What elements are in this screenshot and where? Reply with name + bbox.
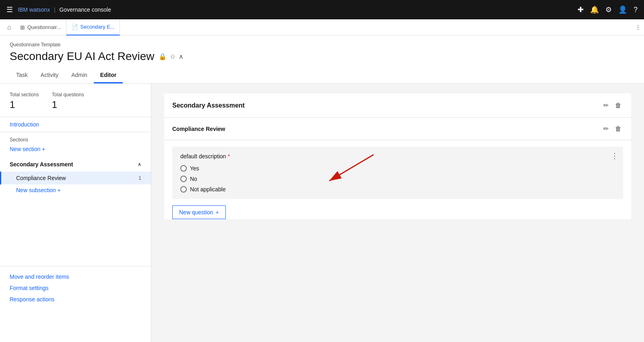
- subsection-header: Compliance Review ✏ 🗑: [164, 118, 631, 140]
- tabbar-overflow-icon[interactable]: ⋮: [635, 24, 641, 31]
- page-header: Questionnaire Template Secondary EU AI A…: [0, 35, 644, 84]
- question-overflow-menu-icon[interactable]: ⋮: [611, 151, 618, 160]
- question-card-wrapper: default description* Yes No: [164, 147, 631, 199]
- main-panel: Secondary Assessment ✏ 🗑 Compliance Revi…: [151, 84, 644, 342]
- question-required-indicator: *: [228, 153, 230, 160]
- radio-yes-label: Yes: [190, 165, 199, 172]
- settings-icon[interactable]: ⚙: [605, 5, 612, 14]
- question-options: Yes No Not applicable: [180, 165, 615, 193]
- new-question-plus-icon: +: [216, 209, 219, 216]
- stat-sections-label: Total sections: [10, 92, 39, 97]
- tab-secondary[interactable]: 📄 Secondary E...: [66, 19, 120, 35]
- stat-total-questions: Total questions 1: [52, 92, 84, 110]
- section-edit-button[interactable]: ✏: [602, 100, 610, 111]
- sidebar-introduction-link[interactable]: Introduction: [0, 117, 151, 132]
- breadcrumb: Questionnaire Template: [10, 42, 634, 48]
- section-delete-button[interactable]: 🗑: [613, 100, 623, 111]
- page-header-icons: 🔒 ☆ ∧: [159, 53, 184, 60]
- question-label: default description*: [180, 153, 615, 160]
- radio-option-yes: Yes: [180, 165, 615, 172]
- help-icon[interactable]: ?: [634, 6, 638, 14]
- stat-questions-value: 1: [52, 99, 84, 110]
- tab-questionnaire-label: Questionnair...: [27, 24, 61, 30]
- sidebar-subsection-title: Compliance Review: [16, 175, 66, 181]
- radio-option-no: No: [180, 176, 615, 182]
- radio-not-applicable-circle[interactable]: [180, 186, 187, 193]
- star-icon[interactable]: ☆: [170, 53, 175, 60]
- sidebar-stats: Total sections 1 Total questions 1: [0, 84, 151, 117]
- subsection-delete-button[interactable]: 🗑: [613, 124, 623, 134]
- tab-bar: ⌂ ⊞ Questionnair... 📄 Secondary E... ⋮: [0, 19, 644, 35]
- stat-total-sections: Total sections 1: [10, 92, 39, 110]
- page-title-row: Secondary EU AI Act Review 🔒 ☆ ∧: [10, 50, 634, 63]
- user-icon[interactable]: 👤: [618, 5, 627, 14]
- top-navigation: ☰ IBM watsonx | Governance console ✚ 🔔 ⚙…: [0, 0, 644, 19]
- new-question-button[interactable]: New question +: [172, 205, 226, 219]
- radio-no-label: No: [190, 176, 197, 182]
- sidebar-response-actions-link[interactable]: Response actions: [10, 295, 141, 303]
- sidebar-section-header[interactable]: Secondary Assessment ∧: [0, 157, 151, 172]
- sidebar-section-secondary-assessment: Secondary Assessment ∧ Compliance Review…: [0, 157, 151, 196]
- add-icon[interactable]: ✚: [578, 5, 584, 14]
- sidebar-new-section-link[interactable]: New section +: [0, 144, 151, 157]
- topnav-right: ✚ 🔔 ⚙ 👤 ?: [578, 5, 638, 14]
- menu-hamburger-icon[interactable]: ☰: [6, 5, 13, 14]
- radio-option-not-applicable: Not applicable: [180, 186, 615, 193]
- collapse-icon[interactable]: ∧: [179, 53, 184, 60]
- sidebar-section-chevron-icon: ∧: [138, 162, 141, 167]
- new-question-label: New question: [179, 209, 213, 216]
- page-title: Secondary EU AI Act Review: [10, 50, 155, 63]
- section-card-secondary-assessment: Secondary Assessment ✏ 🗑 Compliance Revi…: [164, 93, 631, 219]
- topnav-left: ☰ IBM watsonx | Governance console: [6, 5, 111, 14]
- brand-ibm: IBM watsonx: [18, 6, 50, 13]
- brand-product: Governance console: [60, 6, 111, 13]
- radio-yes-circle[interactable]: [180, 165, 187, 172]
- secondary-tab-icon: 📄: [71, 24, 78, 30]
- home-tab[interactable]: ⌂: [3, 24, 15, 31]
- lock-icon[interactable]: 🔒: [159, 53, 167, 60]
- section-card-header: Secondary Assessment ✏ 🗑: [164, 93, 631, 118]
- questionnaire-tab-icon: ⊞: [20, 24, 25, 31]
- tab-admin[interactable]: Admin: [65, 68, 94, 83]
- brand-label: IBM watsonx | Governance console: [18, 6, 111, 13]
- radio-not-applicable-label: Not applicable: [190, 186, 226, 193]
- sidebar-sections-label: Sections: [0, 132, 151, 144]
- page-tabs: Task Activity Admin Editor: [10, 68, 634, 83]
- subsection-edit-button[interactable]: ✏: [602, 123, 610, 134]
- sidebar: Total sections 1 Total questions 1 Intro…: [0, 84, 151, 342]
- stat-sections-value: 1: [10, 99, 39, 110]
- tab-secondary-label: Secondary E...: [80, 24, 115, 30]
- sidebar-subsection-compliance-review[interactable]: Compliance Review 1: [0, 172, 151, 184]
- brand-separator: |: [54, 6, 56, 13]
- tab-editor[interactable]: Editor: [94, 68, 123, 83]
- content-area: Total sections 1 Total questions 1 Intro…: [0, 84, 644, 342]
- question-card: default description* Yes No: [172, 147, 623, 199]
- section-card-actions: ✏ 🗑: [602, 100, 623, 111]
- subsection-title: Compliance Review: [172, 126, 225, 132]
- tab-questionnaire[interactable]: ⊞ Questionnair...: [15, 19, 66, 35]
- page-wrapper: Questionnaire Template Secondary EU AI A…: [0, 35, 644, 342]
- sidebar-subsection-count: 1: [138, 175, 141, 181]
- radio-no-circle[interactable]: [180, 176, 187, 182]
- sidebar-new-subsection-link[interactable]: New subsection +: [0, 184, 151, 196]
- bell-icon[interactable]: 🔔: [590, 5, 599, 14]
- tab-task[interactable]: Task: [10, 68, 34, 83]
- sidebar-format-settings-link[interactable]: Format settings: [10, 284, 141, 292]
- sidebar-section-title: Secondary Assessment: [10, 161, 73, 168]
- section-card-title: Secondary Assessment: [172, 102, 245, 109]
- subsection-actions: ✏ 🗑: [602, 123, 623, 134]
- tab-activity[interactable]: Activity: [34, 68, 65, 83]
- sidebar-footer: Move and reorder items Format settings R…: [0, 266, 151, 310]
- stat-questions-label: Total questions: [52, 92, 84, 97]
- sidebar-move-reorder-link[interactable]: Move and reorder items: [10, 273, 141, 281]
